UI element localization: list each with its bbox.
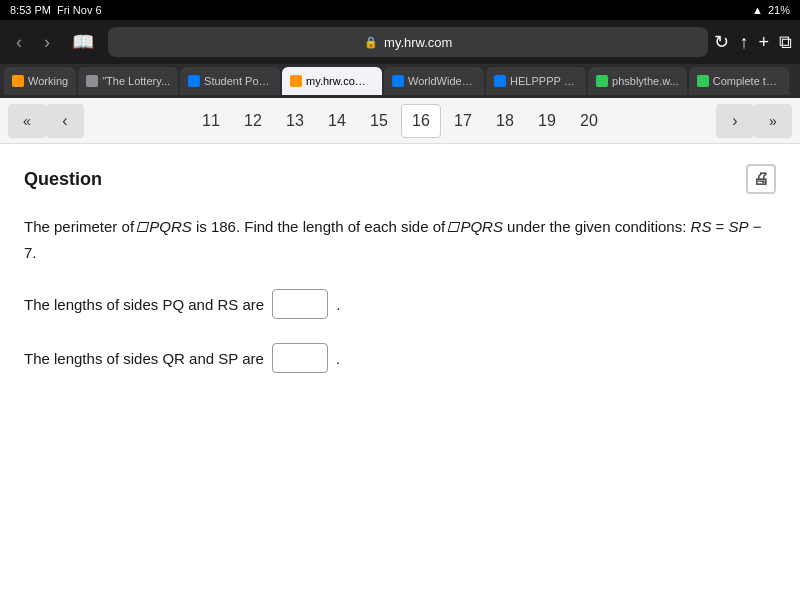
tab-tab1[interactable]: Working xyxy=(4,67,76,95)
tab-label-tab3: Student Portal xyxy=(204,75,272,87)
time-display: 8:53 PM xyxy=(10,4,51,16)
tab-favicon-tab5 xyxy=(392,75,404,87)
answer-input-1[interactable] xyxy=(272,289,328,319)
problem-text: The perimeter of PQRS is 186. Find the l… xyxy=(24,214,776,265)
tab-favicon-tab8 xyxy=(697,75,709,87)
new-tab-button[interactable]: + xyxy=(758,32,769,53)
print-button[interactable]: 🖨 xyxy=(746,164,776,194)
tab-tab6[interactable]: HELPPPP Pl... xyxy=(486,67,586,95)
tab-tab8[interactable]: Complete th... xyxy=(689,67,789,95)
parallelogram-symbol-1 xyxy=(137,222,150,232)
tab-label-tab2: "The Lottery... xyxy=(102,75,170,87)
tab-label-tab6: HELPPPP Pl... xyxy=(510,75,578,87)
url-display: my.hrw.com xyxy=(384,35,452,50)
forward-button[interactable]: › xyxy=(36,28,58,57)
status-bar: 8:53 PM Fri Nov 6 ▲ 21% xyxy=(0,0,800,20)
parallelogram-symbol-2 xyxy=(448,222,461,232)
tab-favicon-tab4 xyxy=(290,75,302,87)
tab-label-tab1: Working xyxy=(28,75,68,87)
main-wrapper: « ‹ 11121314151617181920 › » Question 🖨 … xyxy=(0,98,800,600)
nav-bar: ‹ › 📖 🔒 my.hrw.com ↻ ↑ + ⧉ xyxy=(0,20,800,64)
page-num-14[interactable]: 14 xyxy=(317,104,357,138)
page-num-15[interactable]: 15 xyxy=(359,104,399,138)
part1-label: The lengths of sides PQ and RS are xyxy=(24,296,264,313)
page-num-19[interactable]: 19 xyxy=(527,104,567,138)
page-num-18[interactable]: 18 xyxy=(485,104,525,138)
tab-label-tab8: Complete th... xyxy=(713,75,781,87)
answer-row-2: The lengths of sides QR and SP are . xyxy=(24,343,776,373)
tab-favicon-tab2 xyxy=(86,75,98,87)
first-page-button[interactable]: « xyxy=(8,104,46,138)
page-num-17[interactable]: 17 xyxy=(443,104,483,138)
part2-label: The lengths of sides QR and SP are xyxy=(24,350,264,367)
back-button[interactable]: ‹ xyxy=(8,28,30,57)
tab-label-tab7: phsblythe.w... xyxy=(612,75,679,87)
page-numbers: 11121314151617181920 xyxy=(84,104,716,138)
tab-label-tab4: my.hrw.com/... xyxy=(306,75,374,87)
tab-tab2[interactable]: "The Lottery... xyxy=(78,67,178,95)
status-right: ▲ 21% xyxy=(752,4,790,16)
tabs-button[interactable]: ⧉ xyxy=(779,32,792,53)
page-navigation: « ‹ 11121314151617181920 › » xyxy=(0,98,800,144)
main-content: Question 🖨 The perimeter of PQRS is 186.… xyxy=(0,144,800,600)
tab-tab7[interactable]: phsblythe.w... xyxy=(588,67,687,95)
reload-button[interactable]: ↻ xyxy=(714,31,729,53)
tab-tab5[interactable]: WorldWideT... xyxy=(384,67,484,95)
tabs-bar: Working"The Lottery...Student Portalmy.h… xyxy=(0,64,800,98)
lock-icon: 🔒 xyxy=(364,36,378,49)
status-left: 8:53 PM Fri Nov 6 xyxy=(10,4,102,16)
tab-favicon-tab3 xyxy=(188,75,200,87)
prev-page-button[interactable]: ‹ xyxy=(46,104,84,138)
answer-row-1: The lengths of sides PQ and RS are . xyxy=(24,289,776,319)
last-page-button[interactable]: » xyxy=(754,104,792,138)
page-num-13[interactable]: 13 xyxy=(275,104,315,138)
tab-label-tab5: WorldWideT... xyxy=(408,75,476,87)
printer-icon: 🖨 xyxy=(753,170,769,188)
question-header: Question 🖨 xyxy=(24,164,776,194)
address-bar[interactable]: 🔒 my.hrw.com xyxy=(108,27,708,57)
bookmarks-button[interactable]: 📖 xyxy=(64,27,102,57)
answer-input-2[interactable] xyxy=(272,343,328,373)
share-button[interactable]: ↑ xyxy=(739,32,748,53)
page-num-16[interactable]: 16 xyxy=(401,104,441,138)
tab-favicon-tab1 xyxy=(12,75,24,87)
battery-display: 21% xyxy=(768,4,790,16)
page-num-12[interactable]: 12 xyxy=(233,104,273,138)
date-display: Fri Nov 6 xyxy=(57,4,102,16)
wifi-icon: ▲ xyxy=(752,4,763,16)
page-num-11[interactable]: 11 xyxy=(191,104,231,138)
next-page-button[interactable]: › xyxy=(716,104,754,138)
tab-tab4[interactable]: my.hrw.com/... xyxy=(282,67,382,95)
tab-tab3[interactable]: Student Portal xyxy=(180,67,280,95)
part2-suffix: . xyxy=(336,350,340,367)
tab-favicon-tab7 xyxy=(596,75,608,87)
question-title: Question xyxy=(24,169,102,190)
part1-suffix: . xyxy=(336,296,340,313)
nav-actions: ↻ ↑ + ⧉ xyxy=(714,31,792,53)
tab-favicon-tab6 xyxy=(494,75,506,87)
page-num-20[interactable]: 20 xyxy=(569,104,609,138)
